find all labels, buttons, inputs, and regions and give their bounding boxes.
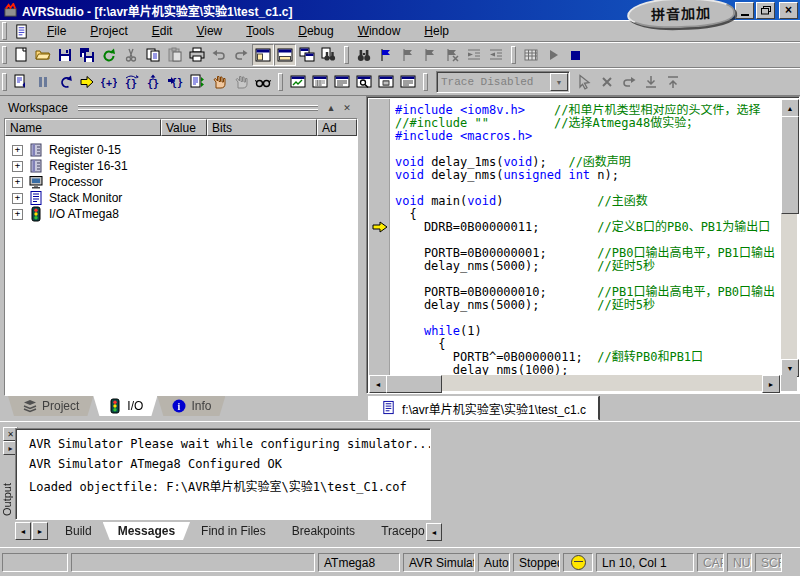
tab-tracepo[interactable]: Tracepo <box>366 522 433 540</box>
code-editor[interactable]: #include <iom8v.h> //和单片机类型相对应的头文件，选择//#… <box>366 96 800 394</box>
scroll-left-button[interactable]: ◄ <box>369 375 387 393</box>
step-out-button[interactable]: {} <box>142 71 164 93</box>
toolbar-main-grip[interactable] <box>2 46 7 64</box>
output-tab-bar: ◄ ► BuildMessagesFind in FilesBreakpoint… <box>15 520 447 544</box>
toggle-bookmark-button[interactable] <box>375 44 397 66</box>
collapse-panel-button[interactable]: ▲ <box>324 102 338 115</box>
tree-item[interactable]: +Register 16-31 <box>5 158 357 174</box>
editor-horizontal-scrollbar[interactable]: ◄ ► <box>369 375 780 391</box>
quickwatch-button[interactable] <box>252 71 274 93</box>
tabs-scroll-left-button[interactable]: ◄ <box>15 522 31 540</box>
toggle-workspace-button[interactable] <box>252 44 274 66</box>
expand-toggle[interactable]: + <box>12 161 23 172</box>
code-line[interactable]: #include <macros.h> <box>395 130 780 143</box>
close-panel-button[interactable]: ✕ <box>340 102 354 115</box>
toggle-output-button[interactable] <box>274 44 296 66</box>
tabs-scroll-left-button-2[interactable]: ◄ <box>426 523 442 541</box>
column-header-value[interactable]: Value <box>161 119 207 136</box>
tree-item[interactable]: +Register 0-15 <box>5 142 357 158</box>
column-header-bits[interactable]: Bits <box>207 119 317 136</box>
output-console[interactable]: AVR Simulator Please wait while configur… <box>15 428 431 520</box>
code-line[interactable]: delay_nms(5000); //延时5秒 <box>395 299 780 312</box>
menu-edit[interactable]: Edit <box>140 22 185 40</box>
tab-messages[interactable]: Messages <box>103 522 190 540</box>
code-line[interactable]: void delay_nms(unsigned int n); <box>395 169 780 182</box>
run-to-cursor-button[interactable]: {} <box>164 71 186 93</box>
column-header-ad[interactable]: Ad <box>317 119 357 136</box>
find-in-files-button[interactable] <box>318 44 340 66</box>
tree-item[interactable]: +Stack Monitor <box>5 190 357 206</box>
reset-button[interactable] <box>54 71 76 93</box>
find-button[interactable] <box>353 44 375 66</box>
code-line[interactable]: DDRB=0B00000011; //定义B口的PB0、PB1为输出口 <box>395 221 780 234</box>
expand-toggle[interactable]: + <box>12 145 23 156</box>
expand-toggle[interactable]: + <box>12 193 23 204</box>
scroll-right-button[interactable]: ► <box>762 375 780 393</box>
copy-button[interactable] <box>142 44 164 66</box>
workspace-grid: NameValueBitsAd +Register 0-15+Register … <box>4 118 358 396</box>
watch-window-button[interactable] <box>287 71 309 93</box>
mdi-child-icon[interactable] <box>14 24 29 39</box>
code-lines[interactable]: #include <iom8v.h> //和单片机类型相对应的头文件，选择//#… <box>395 104 780 380</box>
pause-button[interactable] <box>32 71 54 93</box>
expand-toggle[interactable]: + <box>12 177 23 188</box>
register-window-button[interactable] <box>331 71 353 93</box>
code-line[interactable]: delay_nms(5000); //延时5秒 <box>395 260 780 273</box>
editor-vertical-scrollbar[interactable]: ▲ ▼ <box>781 99 797 377</box>
menu-debug[interactable]: Debug <box>286 22 345 40</box>
new-file-button[interactable] <box>10 44 32 66</box>
menu-project[interactable]: Project <box>78 22 139 40</box>
tree-item[interactable]: +I/O ATmega8 <box>5 206 357 222</box>
toolbar-debug-grip[interactable] <box>2 73 7 91</box>
message-window-button[interactable] <box>397 71 419 93</box>
scroll-up-button[interactable]: ▲ <box>781 99 799 117</box>
restore-button[interactable] <box>756 2 775 19</box>
code-line[interactable]: void main(void) //主函数 <box>395 195 780 208</box>
tab-breakpoints[interactable]: Breakpoints <box>277 522 370 540</box>
save-all-button[interactable] <box>76 44 98 66</box>
code-line[interactable]: while(1) <box>395 325 780 338</box>
file-tab[interactable]: f:\avr单片机实验室\实验1\test_c1.c <box>368 396 599 420</box>
menu-window[interactable]: Window <box>346 22 413 40</box>
workspace-header: Workspace ▲ ✕ <box>4 100 356 116</box>
expand-toggle[interactable]: + <box>12 209 23 220</box>
close-button[interactable]: × <box>779 2 798 19</box>
auto-step-button[interactable] <box>186 71 208 93</box>
menu-grip[interactable] <box>2 22 7 40</box>
open-file-button[interactable] <box>32 44 54 66</box>
minimize-button[interactable] <box>735 2 754 19</box>
step-into-button[interactable]: {+} <box>98 71 120 93</box>
tab-project[interactable]: Project <box>8 396 93 416</box>
menu-tools[interactable]: Tools <box>234 22 286 40</box>
step-over-button[interactable]: {} <box>120 71 142 93</box>
toggle-breakpoint-button[interactable] <box>208 71 230 93</box>
svg-text:{}: {} <box>125 78 137 89</box>
peripheral-window-button[interactable] <box>353 71 375 93</box>
print-button[interactable] <box>186 44 208 66</box>
menu-view[interactable]: View <box>184 22 234 40</box>
window-controls: × <box>735 2 798 19</box>
workspace-header-grip[interactable] <box>78 105 318 112</box>
tab-i-o[interactable]: I/O <box>93 396 157 416</box>
menu-help[interactable]: Help <box>412 22 461 40</box>
horizontal-scroll-thumb[interactable] <box>386 375 442 393</box>
processor-window-button[interactable] <box>375 71 397 93</box>
column-header-name[interactable]: Name <box>5 119 161 136</box>
show-next-statement-button[interactable] <box>76 71 98 93</box>
menu-file[interactable]: File <box>35 22 78 40</box>
tab-info[interactable]: iInfo <box>157 396 225 416</box>
reload-button[interactable] <box>98 44 120 66</box>
vertical-scroll-thumb[interactable] <box>781 116 799 214</box>
tabs-scroll-right-button[interactable]: ► <box>32 522 48 540</box>
memory-window-button[interactable] <box>309 71 331 93</box>
tree-item-label: Stack Monitor <box>49 191 122 205</box>
avrstudio-window: AVRStudio - [f:\avr单片机实验室\实验1\test_c1.c]… <box>0 0 800 576</box>
svg-text:{}: {} <box>171 77 183 88</box>
tab-build[interactable]: Build <box>50 522 107 540</box>
tree-item[interactable]: +Processor <box>5 174 357 190</box>
trace-into-button[interactable] <box>10 71 32 93</box>
stop-button[interactable] <box>564 44 586 66</box>
save-file-button[interactable] <box>54 44 76 66</box>
cascade-windows-button[interactable] <box>296 44 318 66</box>
tab-find-in-files[interactable]: Find in Files <box>186 522 281 540</box>
